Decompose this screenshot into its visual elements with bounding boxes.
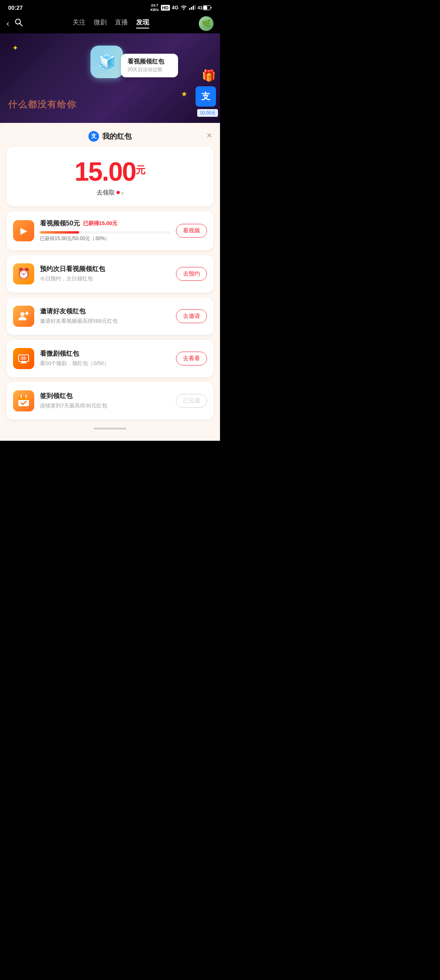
svg-line-7 bbox=[20, 24, 22, 26]
task-title-3: 邀请好友领红包 bbox=[40, 307, 170, 316]
hd-icon: HD bbox=[161, 5, 170, 11]
svg-point-8 bbox=[20, 312, 24, 316]
search-icon[interactable] bbox=[14, 18, 23, 29]
task-reserve: ⏰ 预约次日看视频领红包 今日预约，次日领红包 去预约 bbox=[7, 255, 213, 293]
task-content-3: 邀请好友领红包 邀请好友看视频最高得588元红包 bbox=[40, 307, 170, 325]
svg-rect-5 bbox=[204, 6, 207, 9]
nav-tabs: 关注 微剧 直播 发现 bbox=[28, 18, 194, 28]
modal-panel: 支 我的红包 × 15.00元 去领取 › ▶ bbox=[0, 123, 220, 441]
task-content-5: 签到领红包 连续签到7天最高得30元红包 bbox=[40, 392, 170, 409]
task-title-1: 看视频领50元 已获得15.00元 bbox=[40, 219, 170, 228]
amount-badge: 10.00元 bbox=[197, 109, 218, 117]
avatar[interactable]: 🌿 bbox=[199, 16, 213, 31]
task-row-3: + 邀请好友领红包 邀请好友看视频最高得588元红包 去邀请 bbox=[13, 306, 207, 327]
svg-rect-26 bbox=[18, 399, 29, 400]
amount-value: 15.00 bbox=[75, 157, 136, 186]
status-icons: 24.7 KB/s HD 4G 41 bbox=[150, 3, 212, 12]
svg-point-6 bbox=[15, 19, 20, 24]
progress-text-1: 已获得15.00元/50.00元（30%） bbox=[40, 235, 170, 242]
task-checkin: 签到领红包 连续签到7天最高得30元红包 已完成 bbox=[7, 382, 213, 420]
task-title-4: 看微剧领红包 bbox=[40, 350, 170, 358]
claim-arrow: › bbox=[121, 189, 123, 196]
task-icon-reserve: ⏰ bbox=[13, 263, 34, 284]
modal-overlay: 支 我的红包 × 15.00元 去领取 › ▶ bbox=[0, 123, 220, 441]
svg-rect-1 bbox=[191, 7, 192, 10]
nav-bar: ‹ 关注 微剧 直播 发现 🌿 bbox=[0, 14, 220, 33]
tab-live[interactable]: 直播 bbox=[115, 18, 128, 28]
claim-row[interactable]: 去领取 › bbox=[15, 189, 205, 197]
task-btn-drama[interactable]: 去看看 bbox=[176, 352, 207, 365]
task-row-2: ⏰ 预约次日看视频领红包 今日预约，次日领红包 去预约 bbox=[13, 263, 207, 284]
task-subtitle-3: 邀请好友看视频最高得588元红包 bbox=[40, 317, 170, 325]
task-icon-drama bbox=[13, 348, 34, 369]
svg-rect-18 bbox=[20, 363, 27, 363]
task-icon-invite: + bbox=[13, 306, 34, 327]
amount-card: 15.00元 去领取 › bbox=[7, 147, 213, 206]
svg-rect-2 bbox=[193, 6, 194, 10]
video-tooltip[interactable]: 看视频领红包 20天后活动过期 bbox=[121, 54, 178, 77]
task-btn-video[interactable]: 看视频 bbox=[176, 224, 207, 238]
amount-unit: 元 bbox=[136, 164, 145, 177]
task-row-5: 签到领红包 连续签到7天最高得30元红包 已完成 bbox=[13, 390, 207, 411]
modal-title-text: 我的红包 bbox=[102, 131, 132, 141]
task-title-2: 预约次日看视频领红包 bbox=[40, 265, 170, 273]
task-invite: + 邀请好友领红包 邀请好友看视频最高得588元红包 去邀请 bbox=[7, 298, 213, 335]
network-type: 4G bbox=[172, 5, 178, 11]
claim-text: 去领取 bbox=[97, 189, 115, 197]
network-speed: 24.7 KB/s bbox=[150, 3, 159, 12]
task-row-4: 看微剧领红包 看50个微剧，领红包（0/50） 去看看 bbox=[13, 348, 207, 369]
modal-title: 支 我的红包 bbox=[88, 131, 132, 142]
task-watch-video: ▶ 看视频领50元 已获得15.00元 已获得15.00元/50.00元（30%… bbox=[7, 211, 213, 250]
video-bg-text: 什么都没有给你 bbox=[8, 98, 77, 111]
red-gift-icon: 🎁 bbox=[202, 69, 216, 82]
tab-micro-drama[interactable]: 微剧 bbox=[94, 18, 107, 28]
star-decoration-1: ✦ bbox=[12, 44, 18, 52]
tab-follow[interactable]: 关注 bbox=[73, 18, 86, 28]
modal-header: 支 我的红包 × bbox=[0, 123, 220, 147]
progress-bar-1 bbox=[40, 231, 170, 234]
tooltip-subtitle: 20天后活动过期 bbox=[128, 66, 172, 73]
alipay-badge: 支 bbox=[196, 86, 216, 107]
task-btn-checkin: 已完成 bbox=[176, 394, 207, 408]
task-row-1: ▶ 看视频领50元 已获得15.00元 已获得15.00元/50.00元（30%… bbox=[13, 219, 207, 242]
task-title-5: 签到领红包 bbox=[40, 392, 170, 400]
task-earned-1: 已获得15.00元 bbox=[83, 220, 118, 227]
star-decoration-2: ★ bbox=[181, 90, 187, 98]
battery-icon: 41 bbox=[198, 5, 212, 10]
task-btn-reserve[interactable]: 去预约 bbox=[176, 267, 207, 281]
svg-text:+: + bbox=[26, 310, 28, 315]
status-time: 00:27 bbox=[8, 4, 23, 11]
svg-rect-0 bbox=[189, 8, 190, 10]
claim-dot bbox=[117, 191, 120, 194]
svg-rect-3 bbox=[194, 5, 196, 10]
signal-icon bbox=[189, 5, 196, 11]
task-content-1: 看视频领50元 已获得15.00元 已获得15.00元/50.00元（30%） bbox=[40, 219, 170, 242]
task-btn-invite[interactable]: 去邀请 bbox=[176, 309, 207, 323]
close-button[interactable]: × bbox=[207, 130, 212, 141]
status-bar: 00:27 24.7 KB/s HD 4G 41 bbox=[0, 0, 220, 14]
task-content-4: 看微剧领红包 看50个微剧，领红包（0/50） bbox=[40, 350, 170, 367]
amount-display: 15.00元 bbox=[15, 159, 205, 185]
tooltip-title: 看视频领红包 bbox=[128, 58, 172, 66]
task-subtitle-5: 连续签到7天最高得30元红包 bbox=[40, 402, 170, 409]
task-micro-drama: 看微剧领红包 看50个微剧，领红包（0/50） 去看看 bbox=[7, 340, 213, 377]
wifi-icon bbox=[180, 5, 187, 11]
task-icon-checkin bbox=[13, 390, 34, 411]
battery-level: 41 bbox=[198, 5, 202, 10]
bottom-line bbox=[94, 428, 126, 429]
progress-fill-1 bbox=[40, 231, 79, 234]
video-area: ✦ 🧊 看视频领红包 20天后活动过期 什么都没有给你 🎁 支 10.00元 ★ bbox=[0, 33, 220, 123]
tab-discover[interactable]: 发现 bbox=[136, 18, 149, 28]
back-icon[interactable]: ‹ bbox=[7, 19, 9, 28]
task-subtitle-4: 看50个微剧，领红包（0/50） bbox=[40, 360, 170, 367]
alipay-icon: 支 bbox=[88, 131, 99, 142]
bottom-hint bbox=[0, 424, 220, 433]
task-icon-video: ▶ bbox=[13, 220, 34, 241]
task-content-2: 预约次日看视频领红包 今日预约，次日领红包 bbox=[40, 265, 170, 282]
task-subtitle-2: 今日预约，次日领红包 bbox=[40, 275, 170, 282]
mascot-character: 🧊 bbox=[90, 46, 123, 78]
